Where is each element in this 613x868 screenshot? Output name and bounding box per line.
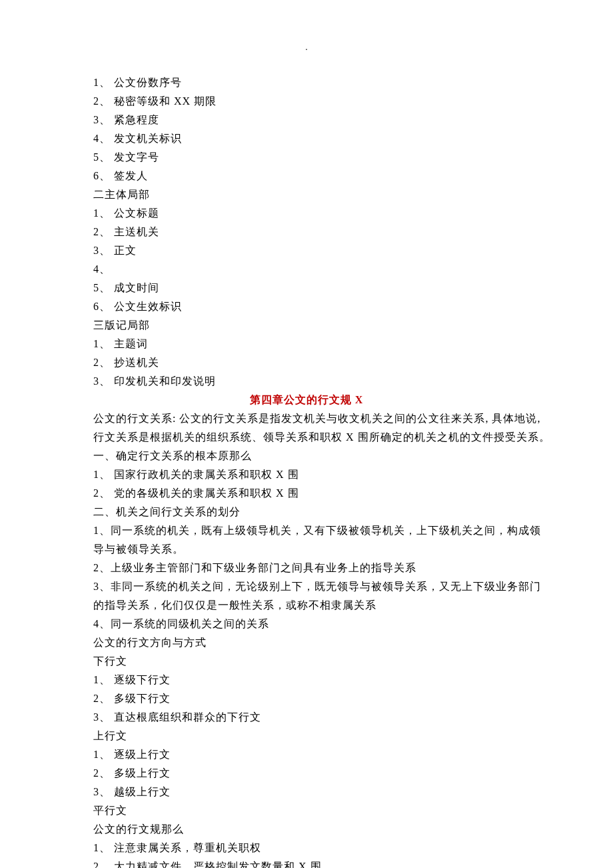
text-line: 1、 逐级下行文 bbox=[93, 671, 520, 689]
text-line: 3、 直达根底组织和群众的下行文 bbox=[93, 708, 520, 727]
document-page: . 1、 公文份数序号 2、 秘密等级和 XX 期限 3、 紧急程度 4、 发文… bbox=[0, 0, 613, 868]
text-line: 3、 正文 bbox=[93, 241, 520, 260]
text-line: 二、机关之间行文关系的划分 bbox=[93, 503, 520, 521]
text-line: 下行文 bbox=[93, 652, 520, 671]
text-line: 1、同一系统的机关，既有上级领导机关，又有下级被领导机关，上下级机关之间，构成领 bbox=[93, 521, 520, 540]
text-line: 三版记局部 bbox=[93, 316, 520, 335]
text-line: 二主体局部 bbox=[93, 185, 520, 204]
section-body: 公文的行文关系: 公文的行文关系是指发文机关与收文机关之间的公文往来关系, 具体… bbox=[93, 409, 520, 868]
chapter-title: 第四章公文的行文规 X bbox=[93, 391, 520, 409]
text-line: 1、 公文标题 bbox=[93, 204, 520, 223]
text-line: 公文的行文规那么 bbox=[93, 820, 520, 839]
text-line: 3、 印发机关和印发说明 bbox=[93, 372, 520, 391]
text-line: 1、 主题词 bbox=[93, 335, 520, 353]
text-line: 6、 公文生效标识 bbox=[93, 297, 520, 316]
text-line: 5、 成文时间 bbox=[93, 279, 520, 297]
text-line: 4、同一系统的同级机关之间的关系 bbox=[93, 615, 520, 633]
text-line: 行文关系是根据机关的组织系统、领导关系和职权 X 围所确定的机关之机的文件授受关… bbox=[93, 428, 520, 447]
text-line: 2、 多级上行文 bbox=[93, 764, 520, 783]
text-line: 2、 秘密等级和 XX 期限 bbox=[93, 92, 520, 111]
text-line: 1、 国家行政机关的隶属关系和职权 X 围 bbox=[93, 465, 520, 484]
text-line: 上行文 bbox=[93, 727, 520, 745]
text-line: 3、 越级上行文 bbox=[93, 783, 520, 801]
text-line: 2、 党的各级机关的隶属关系和职权 X 围 bbox=[93, 484, 520, 503]
text-line: 2、 多级下行文 bbox=[93, 689, 520, 708]
text-line: 2、 主送机关 bbox=[93, 223, 520, 241]
text-line: 2、 抄送机关 bbox=[93, 353, 520, 372]
text-line: 1、 注意隶属关系，尊重机关职权 bbox=[93, 839, 520, 857]
text-line: 公文的行文关系: 公文的行文关系是指发文机关与收文机关之间的公文往来关系, 具体… bbox=[93, 409, 520, 428]
text-line: 公文的行文方向与方式 bbox=[93, 633, 520, 652]
text-line: 的指导关系，化们仅仅是一般性关系，或称不相隶属关系 bbox=[93, 596, 520, 615]
text-line: 1、 逐级上行文 bbox=[93, 745, 520, 764]
document-content: 1、 公文份数序号 2、 秘密等级和 XX 期限 3、 紧急程度 4、 发文机关… bbox=[93, 73, 520, 868]
section-list-top: 1、 公文份数序号 2、 秘密等级和 XX 期限 3、 紧急程度 4、 发文机关… bbox=[93, 73, 520, 391]
text-line: 5、 发文字号 bbox=[93, 148, 520, 167]
text-line: 6、 签发人 bbox=[93, 167, 520, 185]
text-line: 2、上级业务主管部门和下级业务部门之间具有业务上的指导关系 bbox=[93, 559, 520, 577]
text-line: 2、 大力精减文件，严格控制发文数量和 X 围 bbox=[93, 857, 520, 868]
text-line: 3、 紧急程度 bbox=[93, 111, 520, 129]
text-line: 导与被领导关系。 bbox=[93, 540, 520, 559]
text-line: 4、 发文机关标识 bbox=[93, 129, 520, 148]
text-line: 3、非同一系统的机关之间，无论级别上下，既无领导与被领导关系，又无上下级业务部门 bbox=[93, 577, 520, 596]
text-line: 平行文 bbox=[93, 801, 520, 820]
text-line: 1、 公文份数序号 bbox=[93, 73, 520, 92]
text-line: 4、 bbox=[93, 260, 520, 279]
header-mark: . bbox=[305, 39, 308, 55]
text-line: 一、确定行文关系的根本原那么 bbox=[93, 447, 520, 465]
